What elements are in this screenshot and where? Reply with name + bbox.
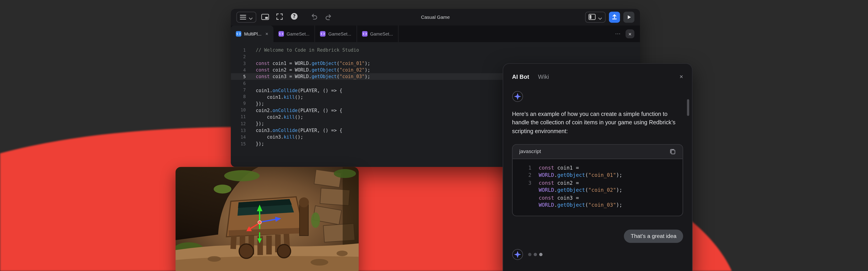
code-token: ); bbox=[616, 202, 622, 208]
tab-wiki[interactable]: Wiki bbox=[538, 73, 549, 80]
code-token: ( bbox=[337, 67, 340, 73]
code-token: coin2 = WORLD. bbox=[270, 67, 311, 73]
line-number: 14 bbox=[231, 135, 246, 140]
ai-panel-close-button[interactable]: × bbox=[680, 73, 683, 80]
pip-icon bbox=[261, 12, 269, 22]
code-line[interactable]: 2 bbox=[231, 53, 640, 60]
file-script-icon bbox=[362, 31, 367, 36]
code-token: ( bbox=[298, 128, 301, 133]
code-token: coin2. bbox=[256, 108, 272, 113]
line-number: 1 bbox=[231, 48, 246, 53]
help-icon: ? bbox=[290, 12, 298, 22]
ai-message-text: Here’s an example of how you can create … bbox=[512, 110, 679, 135]
tab-label: GameSet... bbox=[328, 31, 351, 36]
code-token: WORLD bbox=[539, 202, 554, 208]
code-text: const coin2 = bbox=[539, 179, 579, 187]
redo-button[interactable] bbox=[323, 11, 334, 23]
line-number: 2 bbox=[231, 54, 246, 59]
code-token: ( bbox=[585, 187, 588, 193]
tab-ai-bot[interactable]: AI Bot bbox=[512, 73, 529, 80]
editor-tab-4[interactable]: GameSet... bbox=[357, 26, 399, 42]
editor-titlebar: ? Casual Game bbox=[231, 9, 640, 25]
code-text: coin2.kill(); bbox=[256, 114, 303, 119]
code-text: const coin3 = WORLD.getObject("coin_03")… bbox=[256, 74, 370, 79]
undo-button[interactable] bbox=[308, 11, 319, 23]
code-token: getObject bbox=[311, 74, 337, 79]
line-number: 12 bbox=[231, 121, 246, 126]
code-text: }); bbox=[256, 121, 264, 126]
code-token: coin3 = bbox=[554, 194, 579, 200]
code-text: const coin3 = bbox=[539, 194, 579, 201]
code-token: // Welcome to Code in Redbrick Studio bbox=[256, 47, 359, 53]
code-token: getObject bbox=[557, 187, 585, 193]
code-token: kill bbox=[284, 114, 295, 119]
code-line: WORLD.getObject("coin_02"); bbox=[519, 187, 676, 194]
pip-view-button[interactable] bbox=[260, 11, 271, 23]
line-number bbox=[519, 194, 531, 201]
editor-tabbar: MultiPl...×GameSet...GameSet...GameSet..… bbox=[231, 26, 640, 42]
copy-icon bbox=[669, 148, 676, 155]
line-number: 13 bbox=[231, 128, 246, 133]
more-tabs-button[interactable]: ⋯ bbox=[615, 31, 620, 36]
code-text: coin1.kill(); bbox=[256, 94, 303, 100]
code-token: ); bbox=[616, 172, 622, 178]
panel-layout-icon bbox=[588, 12, 596, 22]
code-line[interactable]: 1// Welcome to Code in Redbrick Studio bbox=[231, 47, 640, 53]
code-token: }); bbox=[256, 141, 264, 146]
desktop-canvas: ? Casual Game bbox=[0, 0, 868, 271]
code-line: 1const coin1 = bbox=[519, 164, 676, 171]
code-block-header: javascript bbox=[513, 145, 683, 159]
code-token: const bbox=[256, 74, 270, 79]
layout-panels-button[interactable] bbox=[585, 11, 606, 23]
help-button[interactable]: ? bbox=[288, 11, 300, 23]
publish-button[interactable] bbox=[609, 11, 620, 23]
code-token: kill bbox=[284, 134, 295, 140]
code-token: coin2. bbox=[256, 114, 283, 119]
code-token: "coin_03" bbox=[340, 74, 365, 79]
code-text: const coin2 = WORLD.getObject("coin_02")… bbox=[256, 67, 370, 73]
menu-icon bbox=[240, 12, 246, 22]
line-number bbox=[519, 201, 531, 209]
code-line: const coin3 = bbox=[519, 194, 676, 201]
copy-code-button[interactable] bbox=[669, 148, 676, 155]
line-number: 1 bbox=[519, 164, 531, 171]
ai-avatar bbox=[512, 91, 523, 102]
publish-icon bbox=[611, 12, 618, 22]
editor-tab-2[interactable]: GameSet... bbox=[273, 26, 315, 42]
code-token: "coin_01" bbox=[588, 172, 616, 178]
code-text: const coin1 = WORLD.getObject("coin_01")… bbox=[256, 61, 370, 66]
gizmo-center-handle bbox=[258, 220, 261, 224]
code-token: kill bbox=[284, 94, 295, 100]
code-token: ( bbox=[298, 87, 301, 93]
code-token: PLAYER bbox=[301, 108, 317, 113]
line-number: 11 bbox=[231, 114, 246, 119]
line-number: 2 bbox=[519, 171, 531, 179]
line-number: 3 bbox=[519, 179, 531, 187]
tab-close-icon[interactable]: × bbox=[266, 31, 268, 36]
play-icon bbox=[626, 12, 631, 22]
code-text: // Welcome to Code in Redbrick Studio bbox=[256, 47, 359, 53]
code-line: WORLD.getObject("coin_03"); bbox=[519, 201, 676, 209]
code-token: coin3. bbox=[256, 128, 272, 133]
chevron-down-icon bbox=[249, 12, 253, 22]
undo-icon bbox=[310, 12, 318, 22]
editor-tab-3[interactable]: GameSet... bbox=[315, 26, 357, 42]
editor-tab-1[interactable]: MultiPl...× bbox=[231, 26, 273, 42]
play-button[interactable] bbox=[623, 11, 634, 23]
panel-scrollbar-thumb[interactable] bbox=[687, 99, 689, 116]
code-token: PLAYER bbox=[301, 87, 317, 93]
code-text: WORLD.getObject("coin_03"); bbox=[539, 201, 622, 209]
expand-button[interactable] bbox=[274, 11, 285, 23]
main-menu-button[interactable] bbox=[237, 11, 256, 23]
file-script-icon bbox=[320, 31, 326, 36]
code-text: coin3.kill(); bbox=[256, 134, 303, 140]
code-block-body: 1const coin1 =2WORLD.getObject("coin_01"… bbox=[513, 159, 683, 216]
code-text: WORLD.getObject("coin_02"); bbox=[539, 187, 622, 194]
editor-close-button[interactable]: × bbox=[625, 29, 634, 38]
expand-icon bbox=[276, 12, 283, 22]
game-viewport[interactable] bbox=[176, 167, 359, 271]
code-text: coin2.onCollide(PLAYER, () => { bbox=[256, 108, 342, 113]
code-token: "coin_01" bbox=[340, 61, 365, 66]
code-token: coin1. bbox=[256, 94, 283, 100]
ai-panel-header: AI Bot Wiki × bbox=[512, 64, 683, 83]
